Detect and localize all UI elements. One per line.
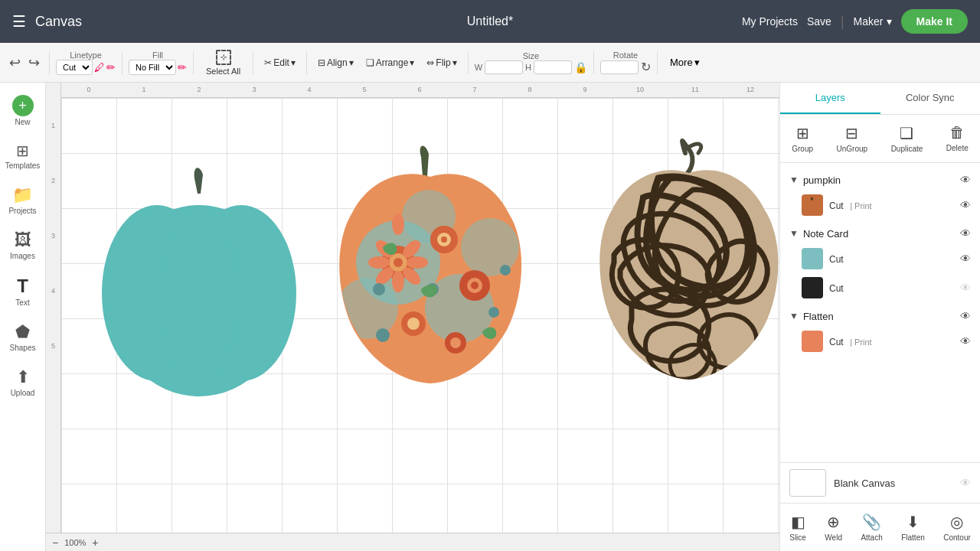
fill-color[interactable]: ✏ [178,61,187,73]
rotate-icon[interactable]: ↻ [641,60,651,74]
app-title: Canvas [35,14,82,30]
tab-color-sync[interactable]: Color Sync [880,83,981,114]
weld-button[interactable]: ⊕ Weld [820,510,847,545]
linetype-pen[interactable]: ✏ [106,61,116,73]
tab-layers[interactable]: Layers [780,83,880,114]
ungroup-icon: ⊟ [845,124,858,142]
flatten-layer-eye[interactable]: 👁 [960,335,971,347]
weld-icon: ⊕ [827,513,840,531]
notecard-layer-item-2[interactable]: Cut 👁 [780,273,980,302]
ruler-num-3: 3 [227,83,282,93]
toolbar-separator-5 [306,51,307,74]
svg-point-33 [376,328,390,342]
align-chevron: ▾ [349,57,354,68]
pumpkin-floral[interactable] [322,140,540,396]
size-w-input[interactable] [485,60,523,74]
toolbar-separator-6 [468,51,469,74]
hamburger-menu[interactable]: ☰ [12,12,26,31]
save-button[interactable]: Save [807,15,831,28]
layer-group-pumpkin: ▼ pumpkin 👁 Cut | Print 👁 [780,169,980,220]
flip-label: Flip [436,57,450,68]
my-projects-button[interactable]: My Projects [742,15,798,28]
lock-icon[interactable]: 🔒 [574,61,587,73]
edit-icon: ✂ [264,57,272,68]
images-label: Images [10,252,35,260]
rotate-input[interactable] [600,60,639,74]
blank-canvas-thumb [789,469,826,497]
arrange-label: Arrange [376,57,409,68]
maker-dropdown[interactable]: Maker ▾ [854,15,892,28]
pumpkin-plain[interactable] [100,159,299,399]
layer-group-notecard-header[interactable]: ▼ Note Card 👁 [780,223,980,244]
sidebar-item-images[interactable]: 🖼 Images [2,224,44,266]
delete-button[interactable]: 🗑 Delete [940,121,975,156]
contour-button[interactable]: ◎ Contour [939,510,975,545]
arrange-button[interactable]: ❑ Arrange ▾ [361,54,420,71]
undo-button[interactable]: ↩ [6,51,24,74]
notecard-layer-eye-1[interactable]: 👁 [960,253,971,265]
size-h-input[interactable] [534,60,572,74]
linetype-group: Linetype Cut 🖊 ✏ [56,51,116,75]
blank-canvas-eye[interactable]: 👁 [960,477,971,489]
flatten-action-button[interactable]: ⬇ Flatten [897,510,929,545]
divider: | [841,14,844,30]
flatten-layer-item[interactable]: Cut | Print 👁 [780,327,980,356]
flip-button[interactable]: ⇔ Flip ▾ [422,54,461,71]
pumpkin-swirl-svg [582,136,779,389]
sidebar-item-shapes[interactable]: ⬟ Shapes [2,316,44,358]
notecard-layer-eye-2[interactable]: 👁 [960,282,971,294]
redo-button[interactable]: ↪ [25,51,43,74]
contour-icon: ◎ [950,513,963,531]
layer-group-pumpkin-header[interactable]: ▼ pumpkin 👁 [780,169,980,191]
more-chevron: ▾ [694,57,700,68]
ungroup-button[interactable]: ⊟ UnGroup [831,121,874,156]
sidebar-item-templates[interactable]: ⊞ Templates [2,135,44,176]
notecard-group-name: Note Card [803,228,956,240]
linetype-select[interactable]: Cut [56,60,93,75]
arrange-chevron: ▾ [410,57,414,68]
svg-point-34 [500,265,511,276]
group-button[interactable]: ⊞ Group [786,121,819,156]
svg-point-16 [392,271,404,292]
linetype-color[interactable]: 🖊 [94,61,105,73]
sidebar-item-text[interactable]: T Text [2,269,44,313]
edit-button[interactable]: ✂ Edit ▾ [260,54,300,71]
flip-icon: ⇔ [426,57,434,68]
make-it-button[interactable]: Make It [901,9,968,34]
slice-icon: ◧ [791,513,805,531]
size-group: Size W H 🔒 [475,51,587,74]
duplicate-button[interactable]: ❑ Duplicate [885,121,929,156]
fill-select[interactable]: No Fill [129,60,176,75]
zoom-out-button[interactable]: − [52,536,58,549]
notecard-layer-item-1[interactable]: Cut 👁 [780,244,980,273]
pumpkin-swirl[interactable] [582,136,779,392]
pumpkin-floral-svg [322,140,540,393]
sidebar-item-projects[interactable]: 📁 Projects [2,179,44,221]
canvas-area[interactable]: 0 1 2 3 4 5 6 7 8 9 10 11 12 [46,83,779,551]
layer-group-flatten-header[interactable]: ▼ Flatten 👁 [780,305,980,327]
select-all-button[interactable]: ⊹ Select All [200,47,247,79]
slice-button[interactable]: ◧ Slice [785,510,811,545]
notecard-eye-icon[interactable]: 👁 [960,227,971,240]
pumpkin-layer-eye[interactable]: 👁 [960,199,971,211]
more-button[interactable]: More ▾ [664,54,706,71]
more-label: More [670,57,693,68]
flatten-action-icon: ⬇ [906,513,920,531]
toolbar-separator-8 [657,51,658,74]
pumpkin-eye-icon[interactable]: 👁 [960,174,971,186]
canvas-surface[interactable] [61,98,779,533]
select-all-icon: ⊹ [216,50,231,65]
attach-button[interactable]: 📎 Attach [856,510,887,545]
align-button[interactable]: ⊟ Align ▾ [313,54,358,71]
canvas-bottom-bar: − 100% + [46,533,779,551]
notecard-layer-info-2: Cut [829,281,954,295]
pumpkin-layer-item[interactable]: Cut | Print 👁 [780,191,980,220]
project-title: Untitled* [467,15,513,28]
new-button[interactable]: + New [2,89,44,132]
svg-point-32 [488,307,499,318]
projects-label: Projects [8,207,36,215]
flatten-eye-icon[interactable]: 👁 [960,310,971,322]
sidebar-item-upload[interactable]: ⬆ Upload [2,361,44,403]
flatten-thumb [802,331,823,352]
zoom-in-button[interactable]: + [92,536,98,549]
